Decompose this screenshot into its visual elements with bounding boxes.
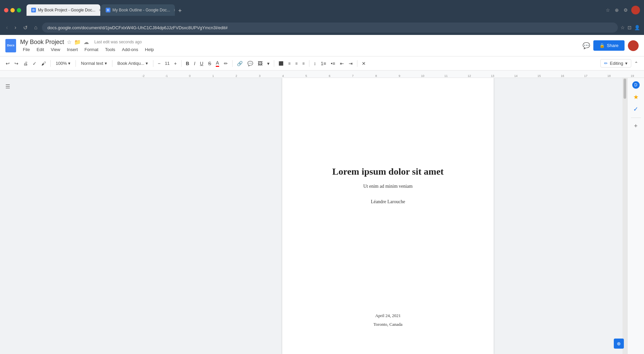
- bold-button[interactable]: B: [184, 59, 191, 68]
- align-center-button[interactable]: ≡: [287, 60, 292, 67]
- indent-more-button[interactable]: ⇥: [347, 59, 354, 68]
- profile-avatar[interactable]: [631, 6, 640, 14]
- editing-mode-button[interactable]: ✏ Editing ▾: [600, 59, 631, 68]
- menu-addons[interactable]: Add-ons: [119, 46, 141, 53]
- more-insert-button[interactable]: ▾: [265, 59, 271, 68]
- add-addon-button[interactable]: +: [634, 123, 638, 130]
- docs-app-icon: Docs: [5, 39, 16, 52]
- strikethrough-button[interactable]: S: [206, 59, 213, 68]
- navigation-button[interactable]: ⊕: [614, 339, 624, 349]
- redo-button[interactable]: ↪: [13, 59, 20, 68]
- new-tab-button[interactable]: +: [176, 6, 185, 16]
- page-location: Toronto, Canada: [374, 322, 402, 327]
- link-button[interactable]: 🔗: [235, 59, 244, 68]
- comment-insert-button[interactable]: 💬: [246, 59, 255, 68]
- menu-format[interactable]: Format: [82, 46, 101, 53]
- tab-close-1[interactable]: ✕: [99, 8, 100, 12]
- align-left-button[interactable]: ⬛: [277, 60, 285, 67]
- paint-format-button[interactable]: 🖌: [40, 59, 48, 68]
- underline-button[interactable]: U: [198, 59, 205, 68]
- text-color-button[interactable]: A: [214, 59, 220, 68]
- share-button[interactable]: 🔒 Share: [593, 40, 625, 51]
- toolbar-separator-6: [232, 60, 233, 67]
- share-label: Share: [607, 43, 618, 48]
- undo-button[interactable]: ↩: [4, 59, 11, 68]
- close-window-button[interactable]: [4, 8, 8, 12]
- menu-view[interactable]: View: [48, 46, 63, 53]
- maximize-window-button[interactable]: [17, 8, 21, 12]
- browser-tab-2[interactable]: D My Book Outline - Google Doc... ✕: [101, 4, 175, 16]
- page-title: Lorem ipsum dolor sit amet: [332, 166, 444, 177]
- address-bar-icons: ☆ ⊡ 👤: [621, 25, 640, 30]
- image-button[interactable]: 🖼: [256, 59, 264, 68]
- print-button[interactable]: 🖨: [21, 59, 30, 68]
- font-size-minus-button[interactable]: −: [156, 59, 162, 68]
- ruler-tick: 6: [318, 74, 341, 78]
- menu-insert[interactable]: Insert: [64, 46, 81, 53]
- font-size-plus-button[interactable]: +: [172, 59, 179, 68]
- toolbar-separator-2: [76, 60, 76, 67]
- menu-edit[interactable]: Edit: [34, 46, 47, 53]
- expand-button[interactable]: ⌃: [633, 59, 640, 68]
- toolbar-separator-1: [50, 60, 51, 67]
- menu-help[interactable]: Help: [142, 46, 157, 53]
- star-addon-icon[interactable]: ★: [632, 93, 640, 101]
- ruler-tick: 12: [458, 74, 481, 78]
- outline-icon[interactable]: ☰: [5, 83, 10, 90]
- bullet-list-button[interactable]: •≡: [329, 59, 337, 68]
- scrollbar-thumb[interactable]: [624, 79, 626, 99]
- ruler-tick: 17: [574, 74, 597, 78]
- editing-mode-label: Editing: [610, 61, 623, 66]
- style-value: Normal text: [81, 61, 103, 66]
- google-docs-addon-icon[interactable]: D: [632, 81, 640, 89]
- user-avatar[interactable]: [628, 40, 639, 51]
- indent-less-button[interactable]: ⇤: [338, 59, 346, 68]
- move-icon[interactable]: 📁: [74, 39, 81, 45]
- font-size-value[interactable]: 11: [163, 61, 171, 66]
- extension-icon-1[interactable]: ⊕: [613, 6, 620, 14]
- bookmark-icon[interactable]: ☆: [604, 6, 611, 14]
- toolbar-separator-8: [309, 60, 309, 67]
- back-button[interactable]: ‹: [4, 23, 10, 32]
- align-justify-button[interactable]: ≡: [301, 60, 306, 67]
- highlight-button[interactable]: ✏: [222, 59, 230, 68]
- toolbar-separator-3: [112, 60, 112, 67]
- reload-button[interactable]: ↺: [21, 23, 30, 32]
- profile-pic-icon[interactable]: 👤: [634, 25, 640, 30]
- align-right-button[interactable]: ≡: [294, 60, 299, 67]
- forward-button[interactable]: ›: [12, 23, 18, 32]
- menu-bar: File Edit View Insert Format Tools Add-o…: [20, 46, 579, 53]
- document-page: Lorem ipsum dolor sit amet Ut enim ad mi…: [282, 78, 494, 354]
- menu-file[interactable]: File: [20, 46, 33, 53]
- home-button[interactable]: ⌂: [32, 23, 40, 32]
- numbered-list-button[interactable]: 1≡: [319, 59, 328, 68]
- star-icon[interactable]: ☆: [67, 39, 71, 45]
- check-addon-icon[interactable]: ✓: [632, 105, 640, 113]
- menu-tools[interactable]: Tools: [102, 46, 118, 53]
- address-input[interactable]: [42, 23, 618, 33]
- font-value: Book Antiqu...: [117, 61, 144, 66]
- minimize-window-button[interactable]: [10, 8, 15, 12]
- scrollbar[interactable]: [623, 78, 627, 354]
- cloud-icon[interactable]: ☁: [84, 39, 89, 45]
- comment-icon[interactable]: 💬: [583, 42, 590, 49]
- clear-formatting-button[interactable]: ✕: [360, 59, 367, 68]
- ruler-ticks: -2 -1 0 1 2 3 4 5 6 7 8 9 10 11 12 13 14…: [132, 74, 644, 78]
- style-select[interactable]: Normal text ▾: [79, 59, 109, 67]
- bookmark-star-icon[interactable]: ☆: [621, 25, 625, 30]
- zoom-select[interactable]: 100% ▾: [53, 59, 73, 67]
- italic-button[interactable]: I: [192, 59, 197, 68]
- doc-title[interactable]: My Book Project: [20, 39, 64, 46]
- spellcheck-button[interactable]: ✓: [31, 59, 38, 68]
- extension-icon-2[interactable]: ⚙: [622, 6, 629, 14]
- sidebar-left: ☰: [0, 78, 132, 354]
- ruler-tick: -1: [155, 74, 178, 78]
- ruler-tick: 5: [295, 74, 318, 78]
- document-area[interactable]: Lorem ipsum dolor sit amet Ut enim ad mi…: [132, 78, 644, 354]
- tab-close-2[interactable]: ✕: [174, 8, 175, 12]
- font-select[interactable]: Book Antiqu... ▾: [115, 59, 150, 67]
- browser-tab-active[interactable]: D My Book Project - Google Doc... ✕: [27, 4, 100, 16]
- line-spacing-button[interactable]: ↕: [312, 59, 318, 68]
- cast-icon[interactable]: ⊡: [628, 25, 632, 30]
- ruler-tick: 16: [551, 74, 574, 78]
